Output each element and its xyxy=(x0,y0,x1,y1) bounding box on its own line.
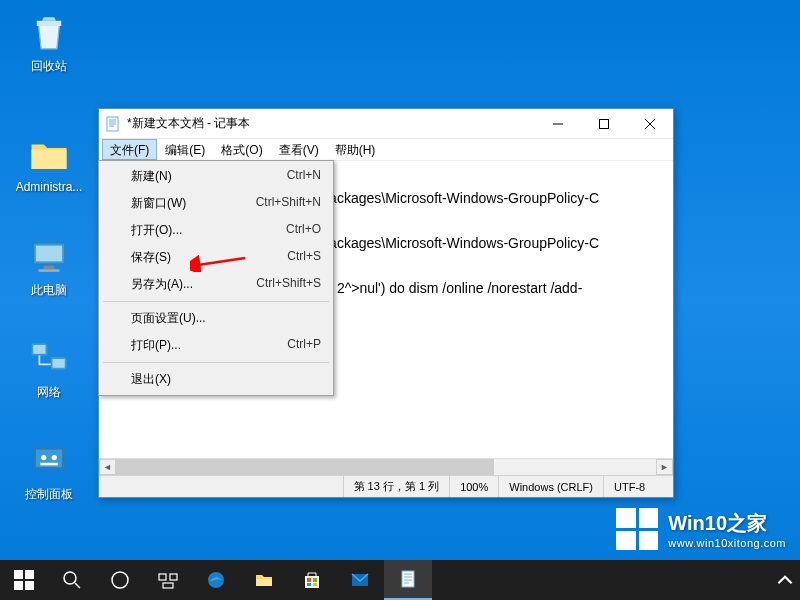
svg-rect-18 xyxy=(14,581,23,590)
svg-rect-16 xyxy=(14,570,23,579)
watermark: Win10之家 www.win10xitong.com xyxy=(616,508,786,550)
menu-separator xyxy=(103,301,329,302)
svg-rect-14 xyxy=(600,119,609,128)
taskbar xyxy=(0,560,800,600)
minimize-button[interactable] xyxy=(535,109,581,139)
svg-rect-6 xyxy=(33,345,45,354)
status-eol: Windows (CRLF) xyxy=(498,476,603,497)
svg-point-20 xyxy=(64,572,76,584)
status-encoding: UTF-8 xyxy=(603,476,673,497)
maximize-button[interactable] xyxy=(581,109,627,139)
task-view-button[interactable] xyxy=(144,560,192,600)
desktop-icon-this-pc[interactable]: 此电脑 xyxy=(12,236,86,299)
statusbar: 第 13 行，第 1 列 100% Windows (CRLF) UTF-8 xyxy=(99,475,673,497)
menu-view[interactable]: 查看(V) xyxy=(271,139,327,160)
svg-rect-29 xyxy=(313,578,317,582)
menu-item-open[interactable]: 打开(O)...Ctrl+O xyxy=(101,217,331,244)
svg-rect-24 xyxy=(163,583,173,588)
svg-rect-7 xyxy=(53,359,65,368)
svg-rect-23 xyxy=(170,574,177,580)
menu-item-new-window[interactable]: 新窗口(W)Ctrl+Shift+N xyxy=(101,190,331,217)
close-button[interactable] xyxy=(627,109,673,139)
taskbar-explorer[interactable] xyxy=(240,560,288,600)
svg-rect-12 xyxy=(40,463,58,466)
svg-rect-17 xyxy=(25,570,34,579)
menu-item-print[interactable]: 打印(P)...Ctrl+P xyxy=(101,332,331,359)
svg-rect-2 xyxy=(44,266,55,270)
svg-rect-1 xyxy=(36,246,62,262)
control-panel-icon xyxy=(28,440,70,482)
taskbar-notepad[interactable] xyxy=(384,560,432,600)
svg-point-10 xyxy=(41,455,46,460)
svg-rect-28 xyxy=(307,578,311,582)
menu-item-page-setup[interactable]: 页面设置(U)... xyxy=(101,305,331,332)
annotation-arrow-icon xyxy=(190,252,250,272)
system-tray[interactable] xyxy=(770,560,800,600)
svg-rect-33 xyxy=(402,571,414,587)
menu-item-save-as[interactable]: 另存为(A)...Ctrl+Shift+S xyxy=(101,271,331,298)
menu-file[interactable]: 文件(F) xyxy=(102,139,157,160)
scroll-left-button[interactable]: ◄ xyxy=(99,459,116,475)
menu-item-new[interactable]: 新建(N)Ctrl+N xyxy=(101,163,331,190)
status-position: 第 13 行，第 1 列 xyxy=(343,476,450,497)
desktop-icon-admin-folder[interactable]: Administra... xyxy=(12,134,86,194)
window-title: *新建文本文档 - 记事本 xyxy=(127,115,535,132)
file-menu-dropdown: 新建(N)Ctrl+N 新窗口(W)Ctrl+Shift+N 打开(O)...C… xyxy=(98,160,334,396)
menu-item-exit[interactable]: 退出(X) xyxy=(101,366,331,393)
menu-separator xyxy=(103,362,329,363)
horizontal-scrollbar[interactable]: ◄ ► xyxy=(99,458,673,475)
svg-line-15 xyxy=(198,258,245,265)
network-icon xyxy=(28,338,70,380)
windows-logo-icon xyxy=(616,508,658,550)
taskbar-mail[interactable] xyxy=(336,560,384,600)
svg-point-21 xyxy=(112,572,128,588)
tray-chevron-up-icon[interactable] xyxy=(770,560,800,600)
taskbar-store[interactable] xyxy=(288,560,336,600)
scroll-thumb[interactable] xyxy=(116,459,494,475)
cortana-button[interactable] xyxy=(96,560,144,600)
svg-point-25 xyxy=(208,572,224,588)
desktop-icon-network[interactable]: 网络 xyxy=(12,338,86,401)
svg-rect-3 xyxy=(39,269,60,272)
recycle-bin-icon xyxy=(28,12,70,54)
taskbar-edge[interactable] xyxy=(192,560,240,600)
menu-format[interactable]: 格式(O) xyxy=(213,139,270,160)
svg-rect-19 xyxy=(25,581,34,590)
desktop-icon-recycle-bin[interactable]: 回收站 xyxy=(12,12,86,75)
desktop-icon-control-panel[interactable]: 控制面板 xyxy=(12,440,86,503)
menu-edit[interactable]: 编辑(E) xyxy=(157,139,213,160)
menu-help[interactable]: 帮助(H) xyxy=(327,139,384,160)
start-button[interactable] xyxy=(0,560,48,600)
scroll-right-button[interactable]: ► xyxy=(656,459,673,475)
status-zoom: 100% xyxy=(449,476,498,497)
svg-point-11 xyxy=(52,455,57,460)
titlebar[interactable]: *新建文本文档 - 记事本 xyxy=(99,109,673,139)
svg-rect-30 xyxy=(307,583,311,586)
svg-rect-26 xyxy=(256,579,272,586)
menubar: 文件(F) 编辑(E) 格式(O) 查看(V) 帮助(H) xyxy=(99,139,673,161)
svg-rect-31 xyxy=(313,583,317,586)
svg-rect-22 xyxy=(159,574,166,580)
search-button[interactable] xyxy=(48,560,96,600)
folder-icon xyxy=(28,134,70,176)
computer-icon xyxy=(28,236,70,278)
notepad-icon xyxy=(105,116,121,132)
